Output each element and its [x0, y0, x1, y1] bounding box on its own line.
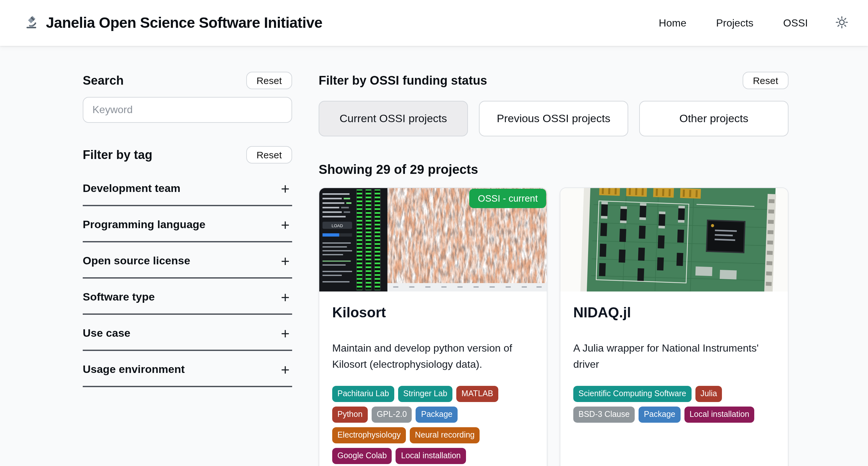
project-cards: LOAD [319, 187, 788, 466]
project-tag[interactable]: Neural recording [410, 427, 480, 443]
results-summary: Showing 29 of 29 projects [319, 162, 788, 177]
tag-group-label: Programming language [83, 218, 206, 231]
project-tag[interactable]: Package [416, 406, 458, 423]
plus-icon[interactable]: + [281, 329, 289, 338]
nav-projects[interactable]: Projects [716, 17, 753, 29]
project-tag[interactable]: Pachitariu Lab [332, 385, 394, 402]
site-title: Janelia Open Science Software Initiative [46, 14, 322, 32]
project-tag[interactable]: Google Colab [332, 447, 392, 464]
project-image: LOAD [319, 188, 547, 291]
project-tags: Pachitariu LabStringer LabMATLABPythonGP… [332, 385, 534, 464]
header: Janelia Open Science Software Initiative… [0, 0, 868, 46]
card-body: NIDAQ.jl A Julia wrapper for National In… [560, 291, 788, 438]
tag-group-software-type[interactable]: Software type + [83, 279, 292, 315]
nav-ossi[interactable]: OSSI [783, 17, 808, 29]
project-tag[interactable]: Package [639, 406, 680, 423]
sidebar: Search Reset Filter by tag Reset Develop… [83, 72, 292, 466]
project-card-nidaq[interactable]: NIDAQ.jl A Julia wrapper for National In… [560, 187, 788, 466]
project-tags: Scientific Computing SoftwareJuliaBSD-3 … [573, 385, 775, 423]
filter-by-tag-heading: Filter by tag [83, 148, 152, 162]
filter-other-projects[interactable]: Other projects [639, 101, 788, 136]
main-content: Filter by OSSI funding status Reset Curr… [319, 72, 788, 466]
filter-current-ossi-projects[interactable]: Current OSSI projects [319, 101, 468, 136]
plus-icon[interactable]: + [281, 293, 289, 302]
card-body: Kilosort Maintain and develop python ver… [319, 291, 547, 466]
project-title[interactable]: NIDAQ.jl [573, 304, 775, 321]
tag-group-use-case[interactable]: Use case + [83, 315, 292, 351]
search-reset-button[interactable]: Reset [246, 72, 292, 89]
project-description: Maintain and develop python version of K… [332, 341, 534, 373]
main-nav: Home Projects OSSI [629, 15, 848, 31]
project-tag[interactable]: Local installation [396, 447, 466, 464]
load-button-label: LOAD [332, 223, 343, 228]
project-tag[interactable]: Stringer Lab [398, 385, 453, 402]
project-tag[interactable]: Local installation [684, 406, 754, 423]
project-tag[interactable]: Julia [695, 385, 722, 402]
microscope-icon [24, 14, 39, 32]
funding-filter-heading: Filter by OSSI funding status [319, 73, 487, 88]
tag-group-development-team[interactable]: Development team + [83, 170, 292, 206]
search-input[interactable] [83, 97, 292, 123]
tag-filter-groups: Development team + Programming language … [83, 170, 292, 387]
project-description: A Julia wrapper for National Instruments… [573, 341, 775, 373]
filter-previous-ossi-projects[interactable]: Previous OSSI projects [479, 101, 628, 136]
project-title[interactable]: Kilosort [332, 304, 534, 321]
tag-group-programming-language[interactable]: Programming language + [83, 206, 292, 242]
plus-icon[interactable]: + [281, 220, 289, 229]
funding-filter-options: Current OSSI projects Previous OSSI proj… [319, 101, 788, 136]
project-tag[interactable]: Scientific Computing Software [573, 385, 691, 402]
plus-icon[interactable]: + [281, 257, 289, 266]
project-tag[interactable]: Python [332, 406, 368, 423]
sun-icon [835, 15, 848, 31]
project-card-kilosort[interactable]: LOAD [319, 187, 548, 466]
content: Search Reset Filter by tag Reset Develop… [0, 46, 868, 466]
tag-group-label: Open source license [83, 255, 190, 268]
ossi-status-badge: OSSI - current [469, 189, 546, 208]
tag-group-open-source-license[interactable]: Open source license + [83, 242, 292, 279]
nidaq-board-image [560, 188, 788, 291]
funding-reset-button[interactable]: Reset [743, 72, 788, 89]
nav-home[interactable]: Home [659, 17, 686, 29]
tag-group-usage-environment[interactable]: Usage environment + [83, 351, 292, 387]
theme-toggle-button[interactable] [835, 15, 848, 31]
project-tag[interactable]: GPL-2.0 [372, 406, 412, 423]
page: Janelia Open Science Software Initiative… [0, 0, 868, 466]
search-heading: Search [83, 73, 124, 88]
project-image [560, 188, 788, 291]
project-tag[interactable]: BSD-3 Clause [573, 406, 635, 423]
tag-group-label: Software type [83, 291, 155, 304]
project-tag[interactable]: MATLAB [456, 385, 498, 402]
plus-icon[interactable]: + [281, 184, 289, 193]
tag-group-label: Usage environment [83, 363, 185, 376]
project-tag[interactable]: Electrophysiology [332, 427, 406, 443]
tag-reset-button[interactable]: Reset [246, 146, 292, 163]
brand[interactable]: Janelia Open Science Software Initiative [24, 14, 322, 32]
plus-icon[interactable]: + [281, 365, 289, 374]
tag-group-label: Development team [83, 182, 180, 195]
tag-group-label: Use case [83, 327, 130, 340]
